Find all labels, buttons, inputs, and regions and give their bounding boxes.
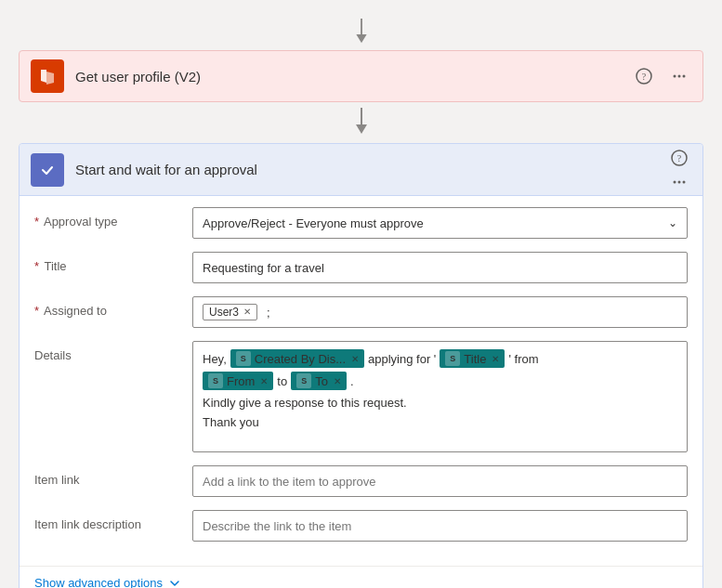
title-required: *	[34, 259, 39, 273]
connector-arrow	[19, 102, 703, 143]
assigned-to-label: * Assigned to	[34, 296, 192, 318]
show-advanced-button[interactable]: Show advanced options	[34, 576, 181, 588]
details-to-word: to	[277, 374, 287, 388]
user3-tag-close[interactable]: ✕	[243, 307, 251, 317]
svg-point-6	[678, 75, 681, 78]
svg-marker-1	[356, 34, 366, 43]
assigned-to-semicolon: ;	[267, 306, 270, 320]
main-container: Get user profile (V2) ?	[19, 19, 703, 588]
item-link-label: Item link	[34, 465, 192, 487]
details-row: Details Hey, S Created By Dis... ✕ apply…	[34, 341, 688, 452]
user3-tag: User3 ✕	[203, 304, 257, 320]
details-period: .	[350, 374, 354, 388]
show-advanced-section: Show advanced options	[20, 566, 702, 588]
chip-s-icon-1: S	[236, 351, 251, 366]
approval-title: Start and wait for an approval	[75, 162, 667, 177]
details-applying: applying for '	[368, 352, 436, 366]
details-field[interactable]: Hey, S Created By Dis... ✕ applying for …	[192, 341, 688, 452]
item-link-desc-input[interactable]	[203, 519, 677, 533]
user3-tag-label: User3	[209, 306, 239, 319]
svg-rect-10	[37, 160, 58, 180]
from-chip: S From ✕	[203, 372, 273, 390]
approval-more-button[interactable]	[667, 170, 691, 194]
details-line-1: Hey, S Created By Dis... ✕ applying for …	[203, 349, 677, 368]
title-input-wrapper[interactable]	[192, 252, 688, 283]
get-user-actions: ?	[632, 64, 691, 88]
approval-header: Start and wait for an approval ?	[20, 144, 702, 196]
office-icon	[31, 59, 64, 93]
svg-point-14	[678, 180, 681, 183]
details-line-2: S From ✕ to S To ✕ .	[203, 372, 677, 390]
approval-form-body: * Approval type Approve/Reject - Everyon…	[20, 196, 702, 566]
created-by-chip: S Created By Dis... ✕	[230, 349, 364, 368]
created-by-chip-close[interactable]: ✕	[351, 354, 359, 364]
show-advanced-label: Show advanced options	[34, 576, 163, 588]
from-chip-close[interactable]: ✕	[260, 376, 268, 386]
approval-type-row: * Approval type Approve/Reject - Everyon…	[34, 207, 688, 239]
get-user-more-button[interactable]	[667, 64, 691, 88]
chip-s-icon-3: S	[208, 373, 223, 388]
details-hey: Hey,	[203, 352, 227, 366]
svg-text:?: ?	[642, 72, 647, 82]
svg-point-5	[674, 75, 676, 78]
to-chip-text: To	[315, 374, 328, 388]
title-label: * Title	[34, 252, 192, 273]
details-thank-you: Thank you	[203, 415, 677, 429]
approval-type-value: Approve/Reject - Everyone must approve	[203, 216, 424, 230]
svg-point-7	[683, 75, 686, 78]
title-chip-text: Title	[464, 352, 486, 366]
svg-text:?: ?	[677, 153, 682, 163]
title-row: * Title	[34, 252, 688, 283]
top-connector-arrow	[19, 19, 703, 46]
chip-s-icon-4: S	[296, 373, 311, 388]
show-advanced-chevron-icon	[168, 577, 181, 589]
approval-block: Start and wait for an approval ?	[19, 143, 703, 588]
item-link-desc-input-wrapper[interactable]	[192, 510, 688, 542]
get-user-help-button[interactable]: ?	[632, 64, 656, 88]
item-link-desc-row: Item link description	[34, 510, 688, 542]
assigned-to-row: * Assigned to User3 ✕ ;	[34, 296, 688, 328]
svg-point-13	[674, 180, 676, 183]
get-user-title: Get user profile (V2)	[75, 69, 632, 85]
title-chip: S Title ✕	[440, 349, 505, 368]
item-link-row: Item link	[34, 465, 688, 497]
title-chip-close[interactable]: ✕	[492, 354, 499, 364]
assigned-to-input-wrapper[interactable]: User3 ✕ ;	[192, 296, 688, 328]
approval-help-button[interactable]: ?	[667, 146, 691, 170]
item-link-desc-label: Item link description	[34, 510, 192, 531]
details-label: Details	[34, 341, 192, 362]
approval-type-label: * Approval type	[34, 207, 192, 229]
details-kindly: Kindly give a response to this request.	[203, 396, 677, 410]
approval-type-dropdown-arrow: ⌄	[668, 216, 677, 229]
item-link-input-wrapper[interactable]	[192, 465, 688, 497]
chip-s-icon-2: S	[445, 351, 460, 366]
to-chip-close[interactable]: ✕	[334, 376, 341, 386]
approval-icon	[31, 153, 64, 187]
created-by-chip-text: Created By Dis...	[255, 352, 346, 366]
title-input[interactable]	[203, 261, 677, 275]
svg-point-15	[683, 180, 686, 183]
details-from-word: ' from	[508, 352, 538, 366]
get-user-profile-block: Get user profile (V2) ?	[19, 50, 703, 102]
item-link-input[interactable]	[203, 475, 677, 489]
assigned-to-required: *	[34, 304, 39, 318]
to-chip: S To ✕	[291, 372, 347, 390]
approval-header-actions: ?	[667, 146, 691, 194]
approval-type-dropdown[interactable]: Approve/Reject - Everyone must approve ⌄	[192, 207, 688, 239]
from-chip-text: From	[227, 374, 255, 388]
svg-marker-9	[356, 124, 367, 134]
approval-type-required: *	[34, 215, 39, 229]
